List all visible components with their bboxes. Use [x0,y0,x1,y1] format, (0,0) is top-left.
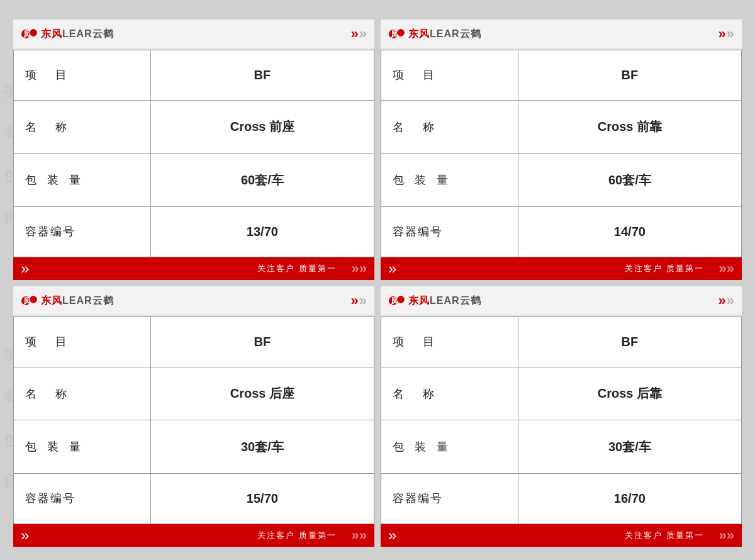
footer-chev-white: » [21,260,29,277]
footer-slogan: 关注客户 质量第一 [625,530,704,541]
chevron-red-1: » [719,27,726,41]
info-table: 项 目BF名 称Cross 后座包 装 量30套/车容器编号15/70 [13,316,374,524]
footer-chevrons-left: » [21,527,29,544]
row-label-1: 名 称 [14,367,151,420]
card-3: 凤 东风LEAR云鹤 » » 项 目BF名 称Cross 后座包 装 量30套/… [13,286,375,547]
footer-chevrons-left: » [21,260,29,277]
info-table: 项 目BF名 称Cross 后靠包 装 量30套/车容器编号16/70 [381,316,742,524]
info-table: 项 目BF名 称Cross 前座包 装 量60套/车容器编号13/70 [13,50,374,257]
brand-logo-text: 东风LEAR云鹤 [408,28,481,41]
footer-chev-gray-1: » [719,529,727,542]
table-row: 容器编号15/70 [14,473,374,524]
card-footer: » 关注客户 质量第一 » » [13,524,374,547]
row-label-1: 名 称 [14,100,151,154]
footer-chev-gray-1: » [352,262,359,276]
card-footer: » 关注客户 质量第一 » » [381,257,742,280]
row-value-0: BF [150,317,374,367]
card-header: 凤 东风LEAR云鹤 » » [381,20,742,50]
footer-chev-white: » [21,527,29,544]
row-label-0: 项 目 [381,317,518,367]
footer-chev-gray-1: » [352,529,359,542]
footer-chevrons-right: » » [719,262,735,276]
logo-icon: 凤 [388,292,406,310]
card-header: 凤 东风LEAR云鹤 » » [381,286,742,316]
chevron-gray-1: » [727,294,734,308]
chevron-gray-1: » [727,27,734,41]
row-value-0: BF [518,317,741,367]
footer-chevrons-left: » [388,260,396,277]
footer-chevrons-right: » » [352,262,367,276]
table-row: 包 装 量60套/车 [381,154,742,207]
footer-chevrons-left: » [388,527,396,544]
row-value-1: Cross 后靠 [518,367,741,420]
row-value-3: 14/70 [518,206,741,257]
row-label-2: 包 装 量 [14,154,151,207]
row-value-2: 30套/车 [518,420,741,474]
row-label-3: 容器编号 [381,206,518,257]
header-chevrons: » » [351,27,367,41]
header-chevrons: » » [719,27,735,41]
footer-chev-white: » [388,527,396,544]
card-4: 凤 东风LEAR云鹤 » » 项 目BF名 称Cross 后靠包 装 量30套/… [380,286,742,547]
chevron-red-1: » [351,294,359,308]
table-row: 包 装 量30套/车 [381,420,742,474]
table-row: 项 目BF [381,50,742,101]
card-footer: » 关注客户 质量第一 » » [13,257,374,280]
footer-slogan: 关注客户 质量第一 [257,263,337,274]
table-row: 项 目BF [14,317,374,367]
brand-logo-text: 东风LEAR云鹤 [41,294,114,308]
row-value-1: Cross 前座 [150,100,374,154]
row-value-3: 15/70 [150,473,374,524]
row-label-3: 容器编号 [14,206,151,257]
row-value-2: 60套/车 [518,154,741,207]
row-value-3: 16/70 [518,473,741,524]
card-2: 凤 东风LEAR云鹤 » » 项 目BF名 称Cross 前靠包 装 量60套/… [380,19,742,281]
table-row: 容器编号16/70 [381,473,742,524]
footer-chev-gray-2: » [727,262,734,276]
card-footer: » 关注客户 质量第一 » » [381,524,742,547]
header-chevrons: » » [719,294,735,308]
table-row: 包 装 量30套/车 [14,420,374,474]
footer-chevrons-right: » » [719,529,735,542]
row-value-0: BF [518,50,741,101]
card-header: 凤 东风LEAR云鹤 » » [13,20,374,50]
row-value-1: Cross 前靠 [518,100,741,154]
row-label-3: 容器编号 [381,473,518,524]
header-chevrons: » » [351,294,367,308]
logo-area: 凤 东风LEAR云鹤 [21,292,114,310]
footer-slogan: 关注客户 质量第一 [625,263,704,274]
table-row: 项 目BF [14,50,374,101]
card-header: 凤 东风LEAR云鹤 » » [13,286,374,316]
row-label-2: 包 装 量 [381,420,518,474]
table-row: 容器编号14/70 [381,206,742,257]
row-value-0: BF [150,50,374,101]
chevron-gray-1: » [359,27,367,41]
footer-slogan: 关注客户 质量第一 [257,530,337,541]
table-row: 名 称Cross 后座 [14,367,374,420]
brand-logo-text: 东风LEAR云鹤 [41,28,114,41]
row-label-1: 名 称 [381,367,518,420]
table-row: 名 称Cross 前靠 [381,100,742,154]
table-row: 名 称Cross 前座 [14,100,374,154]
info-table: 项 目BF名 称Cross 前靠包 装 量60套/车容器编号14/70 [381,50,742,257]
card-1: 凤 东风LEAR云鹤 » » 项 目BF名 称Cross 前座包 装 量60套/… [13,19,375,281]
footer-chev-white: » [388,260,396,277]
row-label-1: 名 称 [381,100,518,154]
row-label-0: 项 目 [14,317,151,367]
footer-chev-gray-2: » [359,529,367,542]
chevron-gray-1: » [359,294,367,308]
footer-chev-gray-1: » [719,262,727,276]
row-label-2: 包 装 量 [381,154,518,207]
logo-icon: 凤 [21,292,38,310]
footer-chev-gray-2: » [727,529,734,542]
row-label-2: 包 装 量 [14,420,151,474]
row-label-0: 项 目 [14,50,151,101]
table-row: 项 目BF [381,317,742,367]
row-value-1: Cross 后座 [150,367,374,420]
row-value-3: 13/70 [150,206,374,257]
chevron-red-1: » [719,294,726,308]
footer-chevrons-right: » » [352,529,367,542]
logo-area: 凤 东风LEAR云鹤 [388,25,481,43]
footer-chev-gray-2: » [359,262,367,276]
chevron-red-1: » [351,27,359,41]
